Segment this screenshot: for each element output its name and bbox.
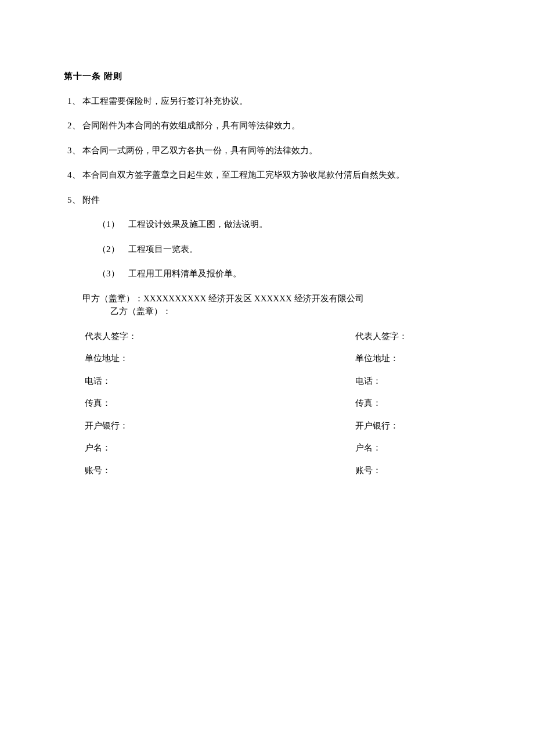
list-number: 5、 [67, 193, 81, 207]
field-representative: 代表人签字： [85, 330, 355, 343]
party-a-mid: 经济开发区 [206, 294, 254, 303]
field-address: 单位地址： [85, 352, 355, 365]
field-account-number: 账号： [355, 464, 407, 477]
party-a-xs: XXXXXXXXXX [143, 294, 206, 303]
field-account-name: 户名： [355, 441, 407, 455]
sublist-number: （3） [98, 269, 120, 278]
party-a-suffix: 经济开发有限公司 [292, 294, 364, 303]
party-b-label: 乙方（盖章）： [110, 305, 171, 318]
field-phone: 电话： [355, 375, 407, 388]
section-heading: 第十一条 附则 [64, 70, 470, 83]
list-text: 本合同一式两份，甲乙双方各执一份，具有同等的法律效力。 [82, 146, 317, 155]
sublist-text: 工程用工用料清单及报价单。 [128, 269, 241, 278]
list-text: 附件 [82, 195, 100, 204]
field-fax: 传真： [85, 397, 355, 410]
sublist-text: 工程项目一览表。 [128, 244, 198, 254]
list-item: 2、 合同附件为本合同的有效组成部分，具有同等法律效力。 [64, 119, 470, 132]
field-fax: 传真： [355, 397, 407, 410]
list-text: 本合同自双方签字盖章之日起生效，至工程施工完毕双方验收尾款付清后自然失效。 [82, 170, 405, 179]
party-signature-line: 甲方（盖章）：XXXXXXXXXX 经济开发区 XXXXXX 经济开发有限公司 … [64, 292, 470, 318]
sublist-number: （1） [98, 219, 120, 229]
list-item: 4、 本合同自双方签字盖章之日起生效，至工程施工完毕双方验收尾款付清后自然失效。 [64, 168, 470, 182]
party-a-xs: XXXXXX [254, 294, 292, 303]
field-bank: 开户银行： [355, 419, 407, 433]
sublist-item: （3） 工程用工用料清单及报价单。 [64, 267, 470, 280]
sublist-item: （1） 工程设计效果及施工图，做法说明。 [64, 218, 470, 231]
list-text: 合同附件为本合同的有效组成部分，具有同等法律效力。 [82, 121, 300, 130]
sublist-number: （2） [98, 244, 120, 254]
list-number: 3、 [67, 144, 81, 157]
list-item: 3、 本合同一式两份，甲乙双方各执一份，具有同等的法律效力。 [64, 144, 470, 157]
list-item: 5、 附件 [64, 193, 470, 207]
list-number: 2、 [67, 119, 81, 132]
document-page: 第十一条 附则 1、 本工程需要保险时，应另行签订补充协议。 2、 合同附件为本… [0, 0, 534, 532]
field-bank: 开户银行： [85, 419, 355, 433]
field-representative: 代表人签字： [355, 330, 407, 343]
field-account-number: 账号： [85, 464, 355, 477]
list-number: 1、 [67, 95, 81, 108]
list-text: 本工程需要保险时，应另行签订补充协议。 [82, 96, 248, 106]
field-phone: 电话： [85, 375, 355, 388]
party-a-prefix: 甲方（盖章）： [82, 294, 143, 303]
list-number: 4、 [67, 168, 81, 182]
sublist-item: （2） 工程项目一览表。 [64, 243, 470, 256]
party-a-label: 甲方（盖章）：XXXXXXXXXX 经济开发区 XXXXXX 经济开发有限公司 [64, 292, 364, 305]
party-b-column: 代表人签字： 单位地址： 电话： 传真： 开户银行： 户名： 账号： [355, 330, 407, 487]
signature-columns: 代表人签字： 单位地址： 电话： 传真： 开户银行： 户名： 账号： 代表人签字… [64, 330, 470, 487]
party-a-column: 代表人签字： 单位地址： 电话： 传真： 开户银行： 户名： 账号： [64, 330, 355, 487]
field-account-name: 户名： [85, 441, 355, 455]
field-address: 单位地址： [355, 352, 407, 365]
sublist-text: 工程设计效果及施工图，做法说明。 [128, 219, 268, 229]
list-item: 1、 本工程需要保险时，应另行签订补充协议。 [64, 95, 470, 108]
